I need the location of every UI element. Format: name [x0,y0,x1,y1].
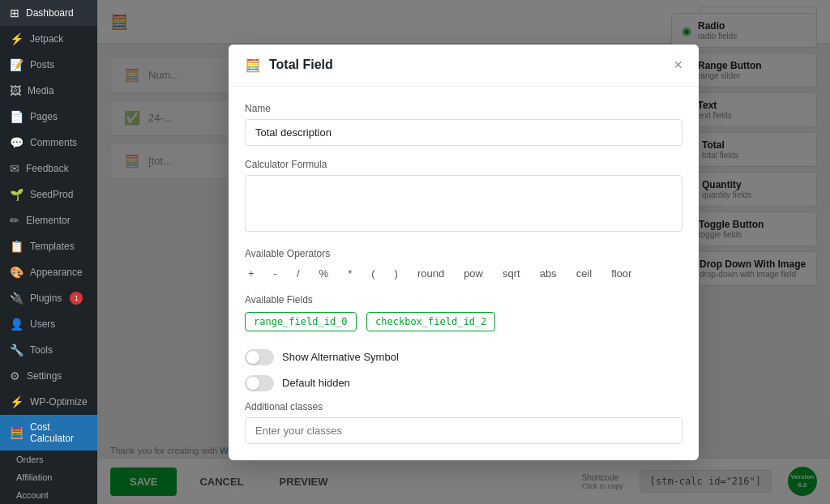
additional-classes-label: Additional classes [245,401,682,412]
op-modulo[interactable]: % [316,266,332,281]
modal-overlay: 🧮 Total Field × Name Calculator Formula … [97,0,830,504]
sidebar-item-users[interactable]: 👤 Users [0,311,97,337]
sidebar-item-comments[interactable]: 💬 Comments [0,130,97,156]
operators-row: + - / % * ( ) round pow sqrt abs ceil fl… [245,266,682,281]
formula-label: Calculator Formula [245,159,682,170]
name-input[interactable] [245,119,682,146]
fields-label: Available Fields [245,294,682,305]
sidebar-item-seedprod[interactable]: 🌱 SeedProd [0,182,97,207]
op-open-paren[interactable]: ( [368,266,378,281]
sidebar-item-feedback[interactable]: ✉ Feedback [0,156,97,182]
op-floor[interactable]: floor [608,266,635,281]
sidebar-item-plugins[interactable]: 🔌 Plugins 1 [0,285,97,311]
sidebar-item-media[interactable]: 🖼 Media [0,78,97,104]
plugins-badge: 1 [70,292,83,305]
jetpack-icon: ⚡ [10,32,24,45]
modal-header: 🧮 Total Field × [229,45,699,87]
sidebar-sub-affiliation[interactable]: Affiliation [0,468,97,486]
op-pow[interactable]: pow [460,266,486,281]
name-label: Name [245,103,682,114]
sidebar-item-appearance[interactable]: 🎨 Appearance [0,259,97,285]
feedback-icon: ✉ [10,162,19,175]
op-round[interactable]: round [414,266,447,281]
plugins-icon: 🔌 [10,292,24,305]
main-content: 🧮 ✏ CUSTOMIZE 🧮 Num... ✅ 24-... 🧮 [tot..… [97,0,830,504]
sidebar-item-elementor[interactable]: ✏ Elementor [0,207,97,233]
op-multiply[interactable]: * [344,266,355,281]
default-hidden-row: Default hidden [245,375,682,391]
elementor-icon: ✏ [10,214,19,227]
modal-close-button[interactable]: × [674,58,682,72]
op-divide[interactable]: / [293,266,303,281]
sidebar-item-tools[interactable]: 🔧 Tools [0,337,97,363]
seedprod-icon: 🌱 [10,188,24,201]
users-icon: 👤 [10,318,24,331]
show-alt-symbol-row: Show Alternative Symbol [245,349,682,365]
dashboard-icon: ⊞ [10,6,19,19]
show-alt-symbol-label: Show Alternative Symbol [282,351,399,363]
default-hidden-toggle[interactable] [245,375,274,391]
show-alt-symbol-toggle[interactable] [245,349,274,365]
modal: 🧮 Total Field × Name Calculator Formula … [229,45,699,460]
posts-icon: 📝 [10,58,24,71]
comments-icon: 💬 [10,136,24,149]
fields-section: Available Fields range_field_id_0 checkb… [245,294,682,336]
op-sqrt[interactable]: sqrt [499,266,524,281]
default-hidden-label: Default hidden [282,377,350,389]
modal-title: Total Field [269,58,333,72]
sidebar-item-pages[interactable]: 📄 Pages [0,104,97,130]
additional-classes-input[interactable] [245,417,682,444]
sidebar: ⊞ Dashboard ⚡ Jetpack 📝 Posts 🖼 Media 📄 … [0,0,97,504]
media-icon: 🖼 [10,84,21,97]
appearance-icon: 🎨 [10,266,24,279]
op-plus[interactable]: + [245,266,258,281]
sidebar-item-jetpack[interactable]: ⚡ Jetpack [0,26,97,52]
formula-textarea[interactable] [245,175,682,232]
pages-icon: 📄 [10,110,24,123]
sidebar-item-settings[interactable]: ⚙ Settings [0,363,97,389]
op-minus[interactable]: - [271,266,280,281]
wpoptimize-icon: ⚡ [10,395,24,408]
settings-icon: ⚙ [10,369,20,382]
op-abs[interactable]: abs [537,266,560,281]
fields-list: range_field_id_0 checkbox_field_id_2 [245,312,682,336]
templates-icon: 📋 [10,240,24,253]
operators-section: Available Operators + - / % * ( ) round … [245,248,682,281]
field-range[interactable]: range_field_id_0 [245,312,357,331]
cost-calculator-icon: 🧮 [10,426,24,439]
sidebar-item-wp-optimize[interactable]: ⚡ WP-Optimize [0,389,97,415]
op-ceil[interactable]: ceil [573,266,596,281]
operators-label: Available Operators [245,248,682,259]
sidebar-item-dashboard[interactable]: ⊞ Dashboard [0,0,97,26]
op-close-paren[interactable]: ) [391,266,401,281]
modal-body: Name Calculator Formula Available Operat… [229,87,699,460]
field-checkbox[interactable]: checkbox_field_id_2 [366,312,495,331]
sidebar-sub-orders[interactable]: Orders [0,451,97,468]
sidebar-item-cost-calculator[interactable]: 🧮 Cost Calculator [0,415,97,451]
tools-icon: 🔧 [10,344,24,357]
modal-icon: 🧮 [245,58,261,73]
sidebar-item-templates[interactable]: 📋 Templates [0,233,97,259]
sidebar-sub-account[interactable]: Account [0,486,97,504]
sidebar-item-posts[interactable]: 📝 Posts [0,52,97,78]
